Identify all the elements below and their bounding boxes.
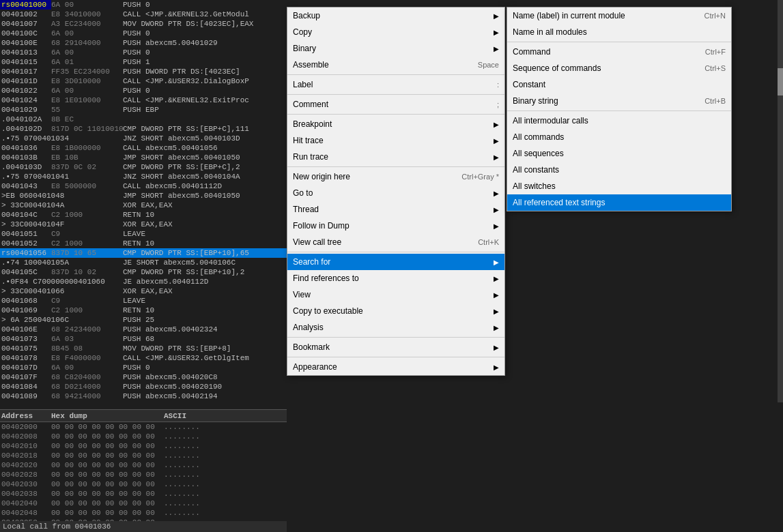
disasm-row[interactable]: 0040108468 D0214000PUSH abexcm5.00402019… [0, 382, 287, 391]
dump-row: 0040200800 00 00 00 00 00 00 00........ [0, 432, 287, 441]
menu-item-hit-trace[interactable]: Hit trace▶ [287, 132, 504, 149]
disasm-row[interactable]: .•0F84 C700000000401060JE abexcm5.004011… [0, 277, 287, 286]
disasm-row[interactable]: .0040103D837D 0C 02CMP DWORD PTR SS:[EBP… [0, 162, 287, 172]
submenu-item-all-switches[interactable]: All switches [507, 178, 731, 194]
submenu-item-all-referenced-text-strings[interactable]: All referenced text strings [507, 194, 731, 211]
disasm-row[interactable]: .•74 100040105AJE SHORT abexcm5.0040106C [0, 258, 287, 267]
disasm-row[interactable]: 0040107D6A 00PUSH 0 [0, 363, 287, 372]
menu-item-shortcut: Ctrl+K [478, 238, 499, 246]
disasm-row[interactable]: 00401002E8 34010000CALL <JMP.&KERNEL32.G… [0, 10, 287, 19]
disasm-row[interactable]: 0040106E68 24234000PUSH abexcm5.00402324 [0, 325, 287, 334]
disasm-row[interactable]: >EB 0600401048JMP SHORT abexcm5.00401050 [0, 191, 287, 201]
menu-item-comment[interactable]: Comment; [287, 96, 504, 113]
disasm-row[interactable]: > 33C000401066XOR EAX,EAX [0, 286, 287, 296]
disasm-row[interactable]: 0040105C837D 10 02CMP DWORD PTR SS:[EBP+… [0, 267, 287, 277]
disasm-row[interactable]: 0040101DE8 3D010000CALL <JMP.&USER32.Dia… [0, 76, 287, 86]
disasm-row[interactable]: 004010156A 01PUSH 1 [0, 57, 287, 67]
dump-row-address: 00402038 [0, 489, 51, 499]
disasm-row[interactable]: > 33C00040104FXOR EAX,EAX [0, 220, 287, 229]
disasm-row[interactable]: .•75 0700401034JNZ SHORT abexcm5.0040103… [0, 134, 287, 143]
disasm-row[interactable]: 00401069C2 1000RETN 10 [0, 306, 287, 315]
disasm-row[interactable]: 0040103BEB 10BJMP SHORT abexcm5.00401050 [0, 153, 287, 162]
menu-item-shortcut: ; [497, 100, 499, 108]
submenu-item-all-sequences[interactable]: All sequences [507, 145, 731, 162]
menu-item-new-origin-here[interactable]: New origin hereCtrl+Gray * [287, 168, 504, 185]
disasm-row[interactable]: 00401068C9LEAVE [0, 296, 287, 306]
disasm-address: 00401013 [0, 48, 51, 57]
menu-item-label[interactable]: Label: [287, 76, 504, 93]
disasm-row[interactable]: 0040108968 94214000PUSH abexcm5.00402194 [0, 391, 287, 401]
disasm-row[interactable]: 00401051C9LEAVE [0, 229, 287, 239]
submenu-item-constant[interactable]: Constant [507, 76, 731, 93]
disasm-bytes: A3 EC234000 [51, 19, 123, 29]
dump-row-address: 00402008 [0, 432, 51, 441]
submenu-item-all-constants[interactable]: All constants [507, 162, 731, 178]
submenu-item-all-intermodular-calls[interactable]: All intermodular calls [507, 113, 731, 129]
menu-item-copy-to-executable[interactable]: Copy to executable▶ [287, 303, 504, 319]
menu-item-view[interactable]: View▶ [287, 286, 504, 303]
disasm-row[interactable]: .0040102A8B EC [0, 115, 287, 124]
disasm-address: 00401017 [0, 67, 51, 76]
menu-item-bookmark[interactable]: Bookmark▶ [287, 339, 504, 355]
submenu-item-name-in-all-modules[interactable]: Name in all modules [507, 24, 731, 40]
submenu-item-command[interactable]: CommandCtrl+F [507, 44, 731, 60]
submenu-item-all-commands[interactable]: All commands [507, 129, 731, 145]
disasm-row[interactable]: 004010136A 00PUSH 0 [0, 48, 287, 57]
menu-item-label: Comment [293, 100, 483, 109]
disasm-instruction: CALL abexcm5.00401112D [123, 181, 287, 191]
submenu-item-sequence-of-commands[interactable]: Sequence of commandsCtrl+S [507, 60, 731, 76]
disasm-row[interactable]: 00401036E8 1B000000CALL abexcm5.00401056 [0, 143, 287, 153]
disasm-row[interactable]: 0040102955PUSH EBP [0, 105, 287, 115]
menu-item-backup[interactable]: Backup▶ [287, 8, 504, 24]
disasm-row[interactable]: rs00401056837D 10 65CMP DWORD PTR SS:[EB… [0, 248, 287, 258]
disasm-row[interactable]: 004010736A 03PUSH 68 [0, 334, 287, 344]
disasm-row[interactable]: 0040100E68 29104000PUSH abexcm5.00401029 [0, 38, 287, 48]
menu-item-find-references-to[interactable]: Find references to▶ [287, 270, 504, 286]
disasm-row[interactable]: > 33C00040104AXOR EAX,EAX [0, 201, 287, 210]
disasm-address: 00401051 [0, 229, 51, 239]
submenu-arrow-icon: ▶ [494, 190, 499, 197]
disasm-row[interactable]: rs004010006A 00PUSH 0 [0, 0, 287, 10]
disasm-bytes: 837D 0C 02 [51, 162, 123, 172]
disasm-row[interactable]: 0040108E6A 32PUSH 32 [0, 401, 287, 402]
disasm-row[interactable]: 00401007A3 EC234000MOV DWORD PTR DS:[402… [0, 19, 287, 29]
disasm-row[interactable]: 00401078E8 F4000000CALL <JMP.&USER32.Get… [0, 353, 287, 363]
menu-item-label: View call tree [293, 237, 464, 247]
disasm-row[interactable]: 0040104CC2 1000RETN 10 [0, 210, 287, 220]
disasm-address: 0040103B [0, 153, 51, 162]
menu-item-thread[interactable]: Thread▶ [287, 201, 504, 218]
menu-item-search-for[interactable]: Search for▶ [287, 254, 504, 270]
disasm-bytes: 817D 0C 11010010 [51, 124, 123, 134]
disasm-row[interactable]: .0040102D817D 0C 11010010CMP DWORD PTR S… [0, 124, 287, 134]
menu-item-breakpoint[interactable]: Breakpoint▶ [287, 116, 504, 132]
disasm-row[interactable]: 00401052C2 1000RETN 10 [0, 239, 287, 248]
disasm-row[interactable]: 0040107F68 C8204000PUSH abexcm5.004020C8 [0, 372, 287, 382]
disasm-row[interactable]: 0040100C6A 00PUSH 0 [0, 29, 287, 38]
disasm-row[interactable]: > 6A 250040106CPUSH 25 [0, 315, 287, 325]
disasm-row[interactable]: 004010226A 00PUSH 0 [0, 86, 287, 95]
menu-item-copy[interactable]: Copy▶ [287, 24, 504, 40]
dump-row-hex: 00 00 00 00 00 00 00 00 [51, 489, 164, 499]
menu-item-binary[interactable]: Binary▶ [287, 40, 504, 57]
disasm-bytes: 68 C8204000 [51, 372, 123, 382]
submenu-item-name-(label)-in-current-module[interactable]: Name (label) in current moduleCtrl+N [507, 8, 731, 24]
disasm-row[interactable]: 00401017FF35 EC234000PUSH DWORD PTR DS:[… [0, 67, 287, 76]
menu-item-assemble[interactable]: AssembleSpace [287, 57, 504, 73]
menu-item-appearance[interactable]: Appearance▶ [287, 359, 504, 375]
menu-item-run-trace[interactable]: Run trace▶ [287, 149, 504, 165]
disasm-row[interactable]: 00401043E8 5000000CALL abexcm5.00401112D [0, 181, 287, 191]
menu-item-go-to[interactable]: Go to▶ [287, 185, 504, 201]
submenu-item-label: All commands [513, 132, 726, 142]
menu-item-follow-in-dump[interactable]: Follow in Dump▶ [287, 218, 504, 234]
menu-item-view-call-tree[interactable]: View call treeCtrl+K [287, 234, 504, 250]
scrollbar[interactable] [778, 0, 783, 402]
disasm-instruction: CALL <JMP.&KERNEL32.ExitProc [123, 95, 287, 105]
disasm-row[interactable]: 00401024E8 1E010000CALL <JMP.&KERNEL32.E… [0, 95, 287, 105]
disasm-row[interactable]: 004010758B45 08MOV DWORD PTR SS:[EBP+8] [0, 344, 287, 353]
submenu-item-binary-string[interactable]: Binary stringCtrl+B [507, 93, 731, 109]
disasm-row[interactable]: .•75 0700401041JNZ SHORT abexcm5.0040104… [0, 172, 287, 181]
submenu-arrow-icon: ▶ [494, 206, 499, 213]
menu-item-analysis[interactable]: Analysis▶ [287, 319, 504, 336]
scrollbar-thumb[interactable] [778, 68, 783, 95]
menu-item-label: Analysis [293, 323, 494, 332]
